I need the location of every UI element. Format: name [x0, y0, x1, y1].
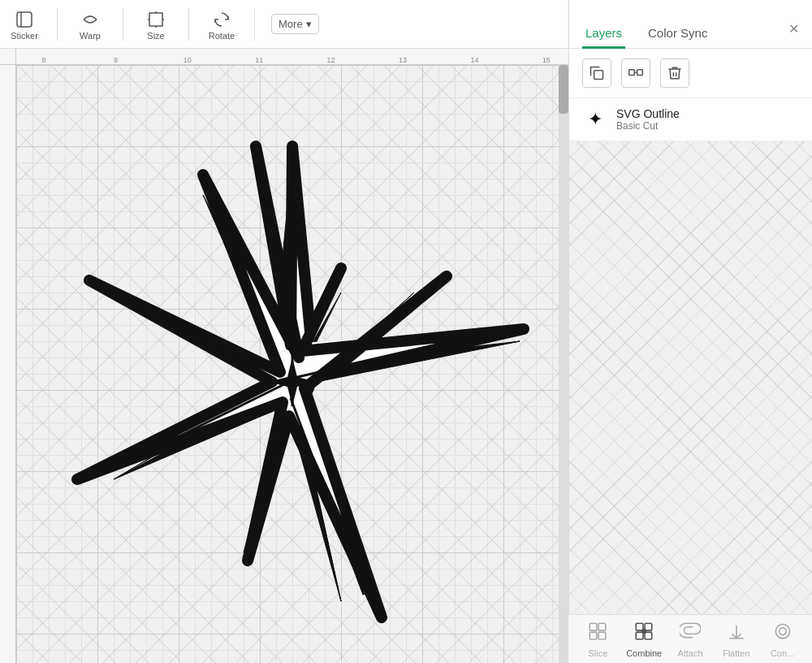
toolbar-size[interactable]: Size: [140, 8, 172, 41]
sep3: [188, 8, 189, 41]
svg-marker-8: [81, 146, 512, 618]
svg-point-29: [779, 627, 786, 635]
svg-rect-20: [590, 632, 598, 639]
layer-actions: [569, 49, 812, 98]
svg-line-12: [291, 398, 364, 595]
panel-tabs: Layers Color Sync ✕: [569, 0, 812, 49]
panel-bg-pattern: [569, 141, 812, 613]
ruler-tick-8: 8: [41, 56, 45, 64]
delete-layer-button[interactable]: [660, 58, 689, 88]
svg-point-28: [775, 624, 789, 638]
ruler-left: [0, 65, 16, 663]
bottom-bar: Slice Combine Attach Flatten Con...: [568, 614, 812, 663]
ruler-tick-12: 12: [327, 56, 335, 64]
svg-rect-14: [594, 71, 603, 80]
sticker-icon: [13, 8, 36, 31]
contour-icon: [772, 621, 793, 647]
svg-rect-24: [636, 632, 643, 639]
layer-item-svg[interactable]: ✦ SVG Outline Basic Cut: [569, 98, 812, 141]
more-button[interactable]: More ▾: [271, 14, 319, 34]
sep2: [123, 8, 123, 41]
svg-rect-25: [645, 632, 652, 639]
combine-icon: [633, 621, 654, 647]
svg-line-11: [276, 335, 483, 382]
warp-icon: [79, 8, 102, 31]
grid-canvas[interactable]: [16, 65, 568, 663]
svg-rect-21: [598, 632, 606, 639]
svg-rect-16: [637, 70, 643, 76]
duplicate-layer-button[interactable]: [582, 58, 611, 88]
layer-info: SVG Outline Basic Cut: [616, 107, 680, 132]
group-layer-button[interactable]: [621, 58, 650, 88]
contour-button[interactable]: Con...: [762, 621, 803, 658]
svg-rect-22: [636, 623, 643, 630]
flatten-icon: [726, 621, 747, 647]
layer-thumbnail: ✦: [582, 106, 608, 132]
toolbar-sticker[interactable]: Sticker: [8, 8, 41, 41]
svg-point-7: [270, 359, 315, 405]
ruler-corner: [0, 49, 16, 65]
ruler-tick-11: 11: [255, 56, 263, 64]
svg-rect-2: [149, 13, 162, 26]
ruler-tick-9: 9: [114, 56, 118, 64]
slice-button[interactable]: Slice: [577, 621, 618, 658]
attach-icon: [680, 621, 701, 647]
canvas-scrollbar[interactable]: [559, 65, 568, 663]
sep4: [254, 8, 255, 41]
ruler-tick-13: 13: [399, 56, 407, 64]
svg-point-26: [641, 628, 647, 634]
tab-colorsync[interactable]: Color Sync: [645, 20, 710, 49]
sep1: [57, 8, 58, 41]
svg-rect-23: [645, 623, 652, 630]
combine-button[interactable]: Combine: [624, 621, 664, 658]
svg-rect-15: [629, 70, 635, 76]
svg-marker-9: [268, 358, 317, 406]
svg-rect-19: [598, 623, 606, 630]
toolbar-rotate[interactable]: Rotate: [205, 8, 238, 41]
svg-line-13: [102, 384, 284, 474]
rotate-icon: [210, 8, 233, 31]
svg-rect-18: [590, 623, 598, 630]
ruler-tick-15: 15: [542, 56, 551, 64]
star-design[interactable]: [41, 130, 544, 634]
slice-icon: [587, 621, 608, 647]
size-icon: [145, 8, 167, 31]
scrollbar-thumb[interactable]: [559, 65, 568, 114]
ruler-top: 8 9 10 11 12 13 14 15: [16, 49, 568, 65]
attach-button[interactable]: Attach: [670, 621, 710, 658]
toolbar-warp[interactable]: Warp: [74, 8, 106, 41]
canvas-overlay: [16, 65, 568, 663]
tab-layers[interactable]: Layers: [582, 20, 625, 49]
panel-spacer: [569, 141, 812, 613]
ruler-tick-10: 10: [184, 56, 192, 64]
panel-close-button[interactable]: ✕: [788, 21, 799, 48]
canvas-area: 8 9 10 11 12 13 14 15: [0, 49, 568, 663]
flatten-button[interactable]: Flatten: [716, 621, 757, 658]
right-panel: Layers Color Sync ✕ ✦ SVG Outline Basic …: [568, 0, 812, 663]
ruler-tick-14: 14: [470, 56, 478, 64]
svg-rect-0: [17, 12, 32, 27]
toolbar: Sticker Warp Size Rotate More ▾: [0, 0, 568, 49]
